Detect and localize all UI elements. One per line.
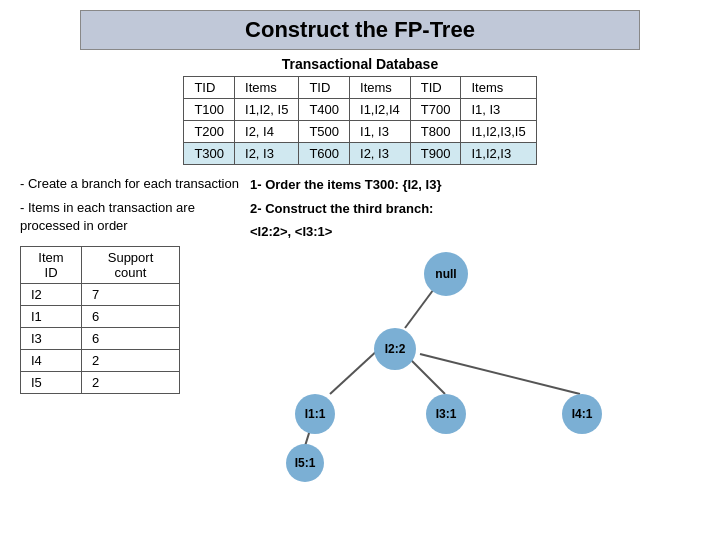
svg-line-1	[330, 348, 380, 394]
col-items2: Items	[350, 77, 411, 99]
node-null: null	[424, 252, 468, 296]
table-row: T100 I1,I2, I5 T400 I1,I2,I4 T700 I1, I3	[184, 99, 536, 121]
col-tid1: TID	[184, 77, 235, 99]
bullet1: - Create a branch for each transaction	[20, 175, 240, 193]
col-items1: Items	[235, 77, 299, 99]
page-title: Construct the FP-Tree	[80, 10, 640, 50]
right-panel: 1- Order the items T300: {I2, I3} 2- Con…	[250, 175, 700, 466]
order-instruction-1: 1- Order the items T300: {I2, I3}	[250, 175, 700, 195]
node-i4: I4:1	[562, 394, 602, 434]
item-support-table: Item ID Support count I2 7 I1 6 I3	[20, 246, 180, 394]
order-instruction-2: 2- Construct the third branch:	[250, 199, 700, 219]
fp-tree-diagram: null I2:2 I1:1 I3:1 I4:1	[250, 246, 650, 466]
table-row: T200 I2, I4 T500 I1, I3 T800 I1,I2,I3,I5	[184, 121, 536, 143]
node-i3: I3:1	[426, 394, 466, 434]
list-item: I2 7	[21, 283, 180, 305]
svg-line-3	[420, 354, 580, 394]
node-i5: I5:1	[286, 444, 324, 482]
table-row-highlighted: T300 I2, I3 T600 I2, I3 T900 I1,I2,I3	[184, 143, 536, 165]
node-i1: I1:1	[295, 394, 335, 434]
list-item: I4 2	[21, 349, 180, 371]
col-items3: Items	[461, 77, 536, 99]
list-item: I5 2	[21, 371, 180, 393]
bullet2: - Items in each transaction are processe…	[20, 199, 240, 235]
support-count-header: Support count	[82, 246, 180, 283]
order-instruction-3: <I2:2>, <I3:1>	[250, 222, 700, 242]
col-tid3: TID	[410, 77, 461, 99]
page: Construct the FP-Tree Transactional Data…	[0, 0, 720, 540]
item-id-header: Item ID	[21, 246, 82, 283]
list-item: I3 6	[21, 327, 180, 349]
node-i2: I2:2	[374, 328, 416, 370]
col-tid2: TID	[299, 77, 350, 99]
list-item: I1 6	[21, 305, 180, 327]
db-title: Transactional Database	[282, 56, 438, 72]
transactional-table: TID Items TID Items TID Items T100 I1,I2…	[183, 76, 536, 165]
content-area: - Create a branch for each transaction -…	[20, 175, 700, 466]
left-panel: - Create a branch for each transaction -…	[20, 175, 240, 466]
